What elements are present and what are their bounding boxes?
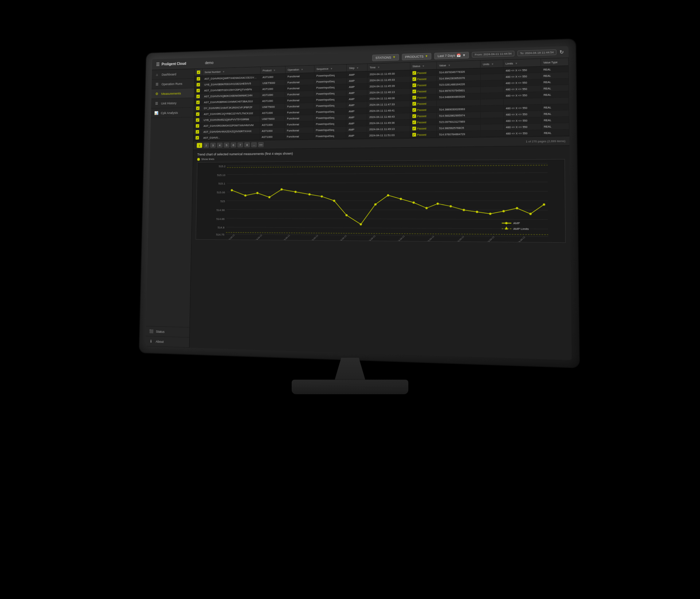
calendar-icon: 📅 — [457, 53, 461, 57]
svg-text:2024-04-11: 2024-04-11 — [395, 235, 405, 243]
page-btn-4[interactable]: 4 — [217, 143, 222, 148]
table-cell: ✓ — [194, 105, 202, 111]
svg-text:514.8: 514.8 — [218, 226, 225, 229]
row-checkbox[interactable]: ✓ — [197, 89, 200, 93]
stations-funnel-icon: ▼ — [393, 55, 396, 59]
monitor-stand-base — [292, 380, 408, 394]
sidebar-item-operation-runs[interactable]: ☰ Operation Runs — [152, 79, 195, 89]
row-checkbox[interactable]: ✓ — [196, 118, 199, 122]
hamburger-icon[interactable]: ☰ — [156, 62, 160, 67]
table-cell: AST1000 — [260, 91, 285, 98]
status-check-icon: ✓ — [412, 127, 416, 130]
table-cell: 480 <= X <= 550 — [503, 124, 541, 130]
table-cell: REAL — [541, 66, 568, 73]
svg-text:515.2: 515.2 — [219, 165, 226, 168]
col-step[interactable]: Step ▼ — [347, 64, 368, 72]
page-btn-2[interactable]: 2 — [203, 143, 209, 148]
table-cell: 480 <= X <= 550 — [503, 104, 541, 111]
col-select: ✓ — [195, 69, 202, 76]
row-checkbox[interactable]: ✓ — [197, 83, 200, 87]
table-cell: REAL — [541, 110, 569, 117]
page-btn-1[interactable]: 1 — [197, 143, 202, 148]
select-all-checkbox[interactable]: ✓ — [197, 70, 200, 74]
page-btn-8[interactable]: 8 — [244, 142, 250, 148]
svg-text:AMP Limits: AMP Limits — [513, 227, 529, 231]
status-badge: ✓Passed — [412, 133, 427, 137]
svg-point-38 — [489, 213, 491, 215]
sidebar-item-unit-history[interactable]: ☰ Unit History — [151, 98, 194, 109]
col-sequence[interactable]: Sequence ▼ — [314, 64, 347, 73]
products-filter-btn[interactable]: PRODUCTS ▼ — [402, 53, 431, 60]
col-value-type[interactable]: Value Type — [541, 58, 568, 66]
sidebar-about-label: About — [156, 340, 164, 343]
status-icon: ⬛ — [149, 329, 153, 333]
col-limits[interactable]: Limits ▼ — [503, 59, 541, 67]
status-check-icon: ✓ — [412, 96, 416, 99]
table-cell — [481, 74, 503, 81]
sidebar-item-cpk-analysis[interactable]: 📊 Cpk Analysis — [151, 107, 194, 118]
svg-point-25 — [321, 195, 323, 197]
sidebar-item-measurements[interactable]: ⚙ Measurements — [151, 88, 194, 99]
col-status[interactable]: Status ▼ — [410, 62, 437, 70]
svg-text:514.96: 514.96 — [217, 208, 225, 212]
svg-text:2024-04-11: 2024-04-11 — [516, 236, 526, 243]
status-badge: ✓Passed — [412, 102, 427, 106]
svg-line-2 — [227, 182, 548, 183]
pagination-info: 1 of 270 pages (2,699 items) — [526, 139, 565, 143]
row-checkbox[interactable]: ✓ — [197, 77, 200, 81]
table-cell: AMP — [346, 114, 367, 121]
row-checkbox[interactable]: ✓ — [196, 106, 199, 110]
date-range-btn[interactable]: Last 7 Days 📅 ▼ — [434, 52, 469, 59]
page-btn-7[interactable]: 7 — [237, 142, 243, 148]
table-cell: Functional — [284, 133, 314, 140]
table-cell: Functional — [285, 127, 314, 134]
svg-point-22 — [281, 188, 283, 191]
col-operation[interactable]: Operation ▼ — [285, 66, 314, 74]
table-cell: Functional — [285, 91, 314, 97]
row-checkbox[interactable]: ✓ — [197, 95, 200, 98]
table-cell: 514.3889030026993 — [437, 106, 481, 113]
table-cell: AMP — [346, 126, 367, 133]
table-cell: ✓Passed — [410, 100, 437, 107]
svg-point-37 — [476, 211, 478, 213]
row-checkbox[interactable]: ✓ — [195, 136, 199, 140]
row-checkbox[interactable]: ✓ — [196, 101, 199, 104]
page-btn-6[interactable]: 6 — [231, 142, 236, 148]
svg-point-28 — [360, 223, 362, 226]
sidebar-unit-history-label: Unit History — [161, 101, 176, 105]
table-cell — [481, 86, 503, 93]
table-cell: REAL — [541, 104, 569, 111]
table-cell: PowerInputSeq — [314, 90, 346, 97]
table-cell: AMP — [346, 83, 367, 90]
row-checkbox[interactable]: ✓ — [196, 130, 199, 134]
refresh-btn[interactable]: ↻ — [560, 49, 564, 55]
table-cell: Functional — [285, 115, 314, 121]
page-btn-5[interactable]: 5 — [224, 142, 229, 148]
col-units[interactable]: Units ▼ — [481, 60, 503, 68]
sidebar-item-status[interactable]: ⬛ Status — [146, 326, 190, 338]
table-cell: 480 <= X <= 550 — [503, 130, 541, 137]
col-product[interactable]: Product ▼ — [260, 66, 285, 74]
table-cell: AMP — [346, 90, 367, 96]
table-cell: USET5000 — [260, 116, 285, 122]
sidebar: ⌂ Dashboard ☰ Operation Runs ⚙ Measureme… — [145, 69, 195, 348]
table-cell: AMP — [347, 71, 368, 78]
table-cell: AMP — [346, 102, 367, 108]
page-btn-3[interactable]: 3 — [210, 143, 216, 148]
table-cell: AST1000 — [260, 121, 285, 128]
table-cell: AST1000 — [260, 109, 285, 116]
stations-filter-btn[interactable]: STATIONS ▼ — [372, 54, 399, 61]
svg-point-23 — [295, 191, 297, 193]
svg-text:515.06: 515.06 — [217, 191, 225, 194]
table-cell: ✓Passed — [410, 88, 437, 95]
svg-line-1 — [227, 173, 548, 175]
row-checkbox[interactable]: ✓ — [196, 124, 199, 128]
table-cell: PowerInputSeq — [314, 96, 346, 103]
sidebar-item-dashboard[interactable]: ⌂ Dashboard — [152, 69, 195, 80]
svg-text:2024-04-11: 2024-04-11 — [253, 234, 262, 243]
row-checkbox[interactable]: ✓ — [196, 112, 199, 116]
sidebar-item-about[interactable]: ℹ About — [145, 336, 189, 348]
table-cell: PowerInputSeq — [314, 102, 346, 109]
sidebar-status-label: Status — [156, 330, 165, 333]
page-btn-last[interactable]: >> — [258, 142, 264, 147]
